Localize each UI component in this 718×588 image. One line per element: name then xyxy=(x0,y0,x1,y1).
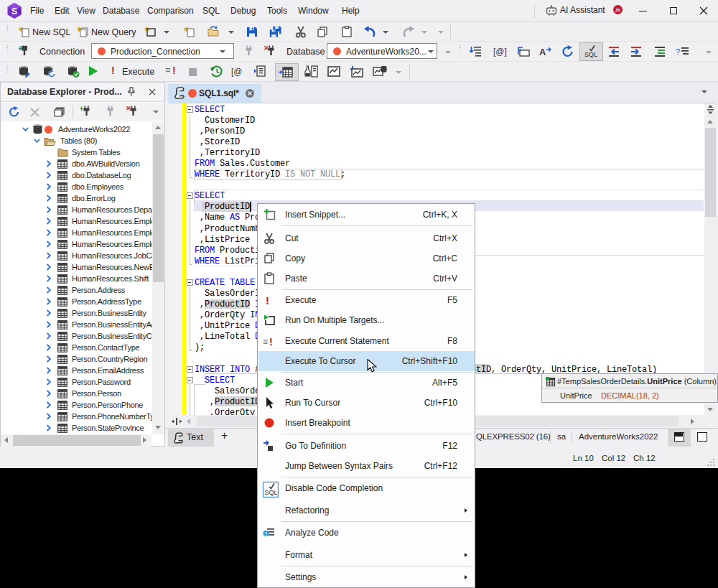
svg-text:S: S xyxy=(11,6,17,17)
svg-text:!: ! xyxy=(269,336,273,347)
svg-text:!: ! xyxy=(265,531,267,537)
svg-text:!: ! xyxy=(266,294,269,307)
svg-text:≡: ≡ xyxy=(263,337,268,347)
svg-text:?: ? xyxy=(676,47,680,56)
svg-text:✕: ✕ xyxy=(126,106,131,112)
svg-text:+: + xyxy=(19,45,22,52)
svg-text:SQL: SQL xyxy=(584,51,597,58)
svg-text:SQL: SQL xyxy=(265,489,278,496)
svg-text:+: + xyxy=(80,106,84,113)
svg-text:A: A xyxy=(539,47,546,57)
svg-text:✕: ✕ xyxy=(264,45,269,52)
